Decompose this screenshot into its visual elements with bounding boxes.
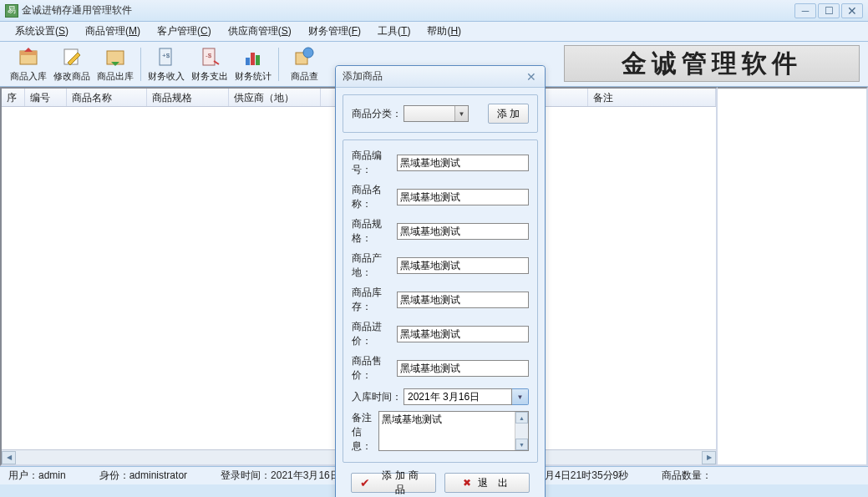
menu-customer[interactable]: 客户管理(C) <box>149 22 220 41</box>
spec-input[interactable] <box>397 223 529 240</box>
menu-system[interactable]: 系统设置(S) <box>7 22 77 41</box>
dialog-close-button[interactable]: ✕ <box>523 70 540 84</box>
brand-banner: 金诚管理软件 <box>564 45 860 82</box>
code-label: 商品编号： <box>352 149 397 177</box>
stats-icon <box>241 45 265 68</box>
memo-textarea[interactable] <box>378 411 529 451</box>
scroll-left-button[interactable]: ◀ <box>2 451 16 464</box>
tool-stock-out[interactable]: 商品出库 <box>94 43 137 84</box>
tool-stock-in[interactable]: 商品入库 <box>7 43 50 84</box>
app-icon <box>5 4 18 18</box>
edit-icon <box>60 45 84 68</box>
stock-input[interactable] <box>397 292 529 308</box>
stock-label: 商品库存： <box>352 286 397 314</box>
tool-expense[interactable]: -$ 财务支出 <box>188 43 231 84</box>
code-input[interactable] <box>397 155 529 171</box>
buy-price-input[interactable] <box>397 326 529 342</box>
col-remark[interactable]: 备注 <box>588 89 716 106</box>
dialog-titlebar[interactable]: 添加商品 ✕ <box>336 66 545 88</box>
category-combo[interactable]: ▼ <box>404 105 481 122</box>
dialog-button-row: ✔ 添加商品 ✖ 退 出 <box>343 469 538 497</box>
menubar: 系统设置(S) 商品管理(M) 客户管理(C) 供应商管理(S) 财务管理(F)… <box>0 22 868 42</box>
menu-tools[interactable]: 工具(T) <box>369 22 419 41</box>
col-supplier[interactable]: 供应商（地） <box>229 89 321 106</box>
date-dropdown-button[interactable]: ▼ <box>512 388 529 405</box>
stock-in-icon <box>17 45 40 68</box>
scroll-right-button[interactable]: ▶ <box>702 451 716 464</box>
date-value: 2021年 3月16日 <box>404 388 512 405</box>
name-label: 商品名称： <box>352 183 397 211</box>
income-icon: +$ <box>155 45 178 68</box>
status-user: 用户：admin <box>8 469 66 483</box>
tool-income[interactable]: +$ 财务收入 <box>145 43 188 84</box>
menu-product[interactable]: 商品管理(M) <box>77 22 149 41</box>
window-titlebar: 金诚进销存通用管理软件 ─ ☐ ✕ <box>0 0 868 22</box>
expense-icon: -$ <box>198 45 221 68</box>
add-category-button[interactable]: 添 加 <box>488 104 529 124</box>
origin-label: 商品产地： <box>352 251 397 280</box>
origin-input[interactable] <box>397 257 529 274</box>
close-button[interactable]: ✕ <box>841 3 863 18</box>
scroll-down-icon[interactable]: ▼ <box>515 439 528 450</box>
check-icon: ✔ <box>360 476 373 489</box>
sell-label: 商品售价： <box>352 354 397 383</box>
maximize-icon: ☐ <box>825 5 834 17</box>
submit-label: 添加商品 <box>377 469 427 497</box>
toolbar-separator <box>278 48 279 81</box>
dialog-body: 商品分类： ▼ 添 加 商品编号： 商品名称： 商品规格： 商品产地： <box>336 88 545 497</box>
col-seq[interactable]: 序 <box>2 89 25 106</box>
menu-help[interactable]: 帮助(H) <box>419 22 470 41</box>
menu-finance[interactable]: 财务管理(F) <box>300 22 369 41</box>
svg-rect-9 <box>251 53 255 65</box>
buy-label: 商品进价： <box>352 320 397 348</box>
tool-product-query[interactable]: 商品查 <box>282 43 326 84</box>
tool-label: 商品入库 <box>10 70 47 83</box>
tool-label: 修改商品 <box>53 70 90 83</box>
category-group: 商品分类： ▼ 添 加 <box>343 94 538 133</box>
stock-out-icon <box>104 45 127 68</box>
sell-price-input[interactable] <box>397 360 529 377</box>
maximize-button[interactable]: ☐ <box>818 3 840 18</box>
date-label: 入库时间： <box>352 390 404 404</box>
exit-icon: ✖ <box>463 477 475 489</box>
chevron-down-icon: ▼ <box>454 106 468 121</box>
tool-finance-stats[interactable]: 财务统计 <box>231 43 275 84</box>
category-label: 商品分类： <box>352 107 404 121</box>
name-input[interactable] <box>397 189 529 205</box>
tool-label: 财务支出 <box>191 70 228 83</box>
add-product-dialog: 添加商品 ✕ 商品分类： ▼ 添 加 商品编号： 商品名称： 商品 <box>335 65 546 497</box>
minimize-button[interactable]: ─ <box>794 3 816 18</box>
date-picker[interactable]: 2021年 3月16日 ▼ <box>404 388 529 405</box>
side-panel <box>718 87 868 466</box>
col-name[interactable]: 商品名称 <box>67 89 147 106</box>
tool-label: 财务统计 <box>235 70 272 83</box>
tool-edit-product[interactable]: 修改商品 <box>50 43 94 84</box>
svg-text:-$: -$ <box>206 52 212 59</box>
spec-label: 商品规格： <box>352 217 397 246</box>
col-spec[interactable]: 商品规格 <box>147 89 229 106</box>
memo-scrollbar[interactable]: ▲ ▼ <box>515 412 528 450</box>
col-code[interactable]: 编号 <box>25 89 67 106</box>
menu-supplier[interactable]: 供应商管理(S) <box>220 22 300 41</box>
exit-label: 退 出 <box>478 476 510 490</box>
query-icon <box>292 45 316 68</box>
close-icon: ✕ <box>847 5 857 17</box>
memo-label: 备注信息： <box>352 411 378 454</box>
svg-rect-8 <box>246 58 250 65</box>
fields-group: 商品编号： 商品名称： 商品规格： 商品产地： 商品库存： 商品进价： <box>343 139 538 463</box>
submit-add-product-button[interactable]: ✔ 添加商品 <box>351 473 436 493</box>
svg-text:+$: +$ <box>162 52 170 59</box>
tool-label: 商品出库 <box>97 70 134 83</box>
dialog-title: 添加商品 <box>343 69 383 84</box>
status-role: 身份：administrator <box>99 469 187 483</box>
status-product-count: 商品数量： <box>662 469 712 483</box>
svg-rect-10 <box>256 55 260 65</box>
toolbar-separator <box>140 48 141 81</box>
minimize-icon: ─ <box>802 5 810 17</box>
exit-button[interactable]: ✖ 退 出 <box>444 473 530 493</box>
tool-label: 商品查 <box>291 70 318 83</box>
svg-point-12 <box>303 48 313 58</box>
scroll-up-icon[interactable]: ▲ <box>515 412 528 423</box>
app-title: 金诚进销存通用管理软件 <box>22 3 132 18</box>
tool-label: 财务收入 <box>148 70 185 83</box>
